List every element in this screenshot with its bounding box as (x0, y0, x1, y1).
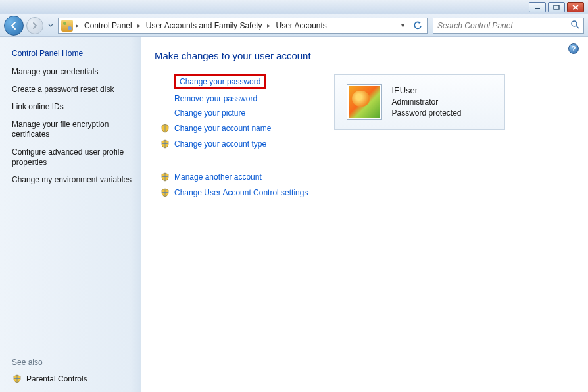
back-button[interactable] (4, 16, 24, 36)
maximize-icon (553, 5, 560, 10)
address-dropdown[interactable]: ▾ (399, 22, 407, 29)
control-panel-icon (61, 20, 73, 32)
close-icon (572, 5, 579, 10)
link-change-picture[interactable]: Change your picture (160, 109, 308, 118)
shield-icon (160, 123, 170, 134)
refresh-icon (413, 21, 422, 30)
sidebar-title: Control Panel Home (12, 49, 132, 58)
shield-icon (160, 172, 170, 182)
svg-point-2 (572, 21, 577, 26)
history-dropdown[interactable] (46, 24, 55, 28)
sidebar-link-online-ids[interactable]: Link online IDs (12, 102, 132, 112)
link-manage-another[interactable]: Manage another account (160, 172, 308, 182)
svg-rect-0 (535, 8, 540, 9)
user-name: IEUser (391, 85, 461, 97)
link-remove-password[interactable]: Remove your password (160, 94, 308, 103)
link-uac-settings[interactable]: Change User Account Control settings (160, 187, 308, 198)
sidebar: Control Panel Home Manage your credentia… (0, 37, 141, 392)
search-input[interactable] (437, 21, 570, 30)
link-change-password[interactable]: Change your password (160, 74, 308, 89)
chevron-down-icon (48, 24, 53, 28)
breadcrumb-user-accounts[interactable]: User Accounts (273, 20, 329, 32)
arrow-right-icon (31, 22, 39, 30)
refresh-button[interactable] (410, 18, 424, 33)
sidebar-link-password-reset-disk[interactable]: Create a password reset disk (12, 85, 132, 95)
svg-line-3 (576, 26, 579, 28)
arrow-left-icon (9, 21, 18, 30)
sidebar-links: Manage your credentials Create a passwor… (12, 67, 132, 185)
help-button[interactable]: ? (568, 43, 579, 54)
minimize-button[interactable] (529, 2, 546, 12)
minimize-icon (534, 5, 541, 10)
sidebar-link-file-encryption[interactable]: Manage your file encryption certificates (12, 120, 132, 140)
breadcrumb-control-panel[interactable]: Control Panel (82, 20, 135, 32)
breadcrumb-user-accounts-family[interactable]: User Accounts and Family Safety (143, 20, 265, 32)
window-titlebar (0, 0, 588, 14)
svg-rect-1 (554, 5, 559, 9)
account-actions: Change your password Remove your passwor… (155, 74, 308, 198)
link-change-type[interactable]: Change your account type (160, 139, 308, 149)
sidebar-link-env-vars[interactable]: Change my environment variables (12, 175, 132, 185)
search-icon[interactable] (570, 20, 579, 32)
user-picture (347, 84, 382, 120)
see-also-label: See also (12, 358, 132, 367)
address-bar[interactable]: ▸ Control Panel ▸ User Accounts and Fami… (58, 18, 428, 34)
sidebar-link-advanced-profile[interactable]: Configure advanced user profile properti… (12, 147, 132, 168)
breadcrumb-arrow[interactable]: ▸ (136, 22, 142, 29)
breadcrumb-arrow[interactable]: ▸ (266, 22, 272, 29)
content-area: Control Panel Home Manage your credentia… (0, 37, 588, 392)
forward-button (26, 17, 43, 34)
user-role: Administrator (391, 97, 461, 108)
close-button[interactable] (567, 2, 584, 12)
user-password-status: Password protected (391, 108, 461, 119)
search-box[interactable] (433, 18, 584, 34)
user-info: IEUser Administrator Password protected (391, 85, 461, 119)
sidebar-link-credentials[interactable]: Manage your credentials (12, 67, 132, 78)
navigation-bar: ▸ Control Panel ▸ User Accounts and Fami… (0, 14, 588, 37)
breadcrumb-arrow[interactable]: ▸ (74, 22, 80, 29)
page-title: Make changes to your user account (155, 50, 575, 61)
main-panel: ? Make changes to your user account Chan… (141, 37, 588, 392)
link-change-name[interactable]: Change your account name (160, 123, 308, 134)
user-account-card: IEUser Administrator Password protected (334, 74, 505, 130)
sidebar-parental-controls[interactable]: Parental Controls (12, 374, 132, 384)
shield-icon (160, 139, 170, 149)
maximize-button[interactable] (548, 2, 565, 12)
sidebar-parental-label: Parental Controls (26, 374, 87, 383)
shield-icon (12, 374, 22, 384)
shield-icon (160, 187, 170, 198)
